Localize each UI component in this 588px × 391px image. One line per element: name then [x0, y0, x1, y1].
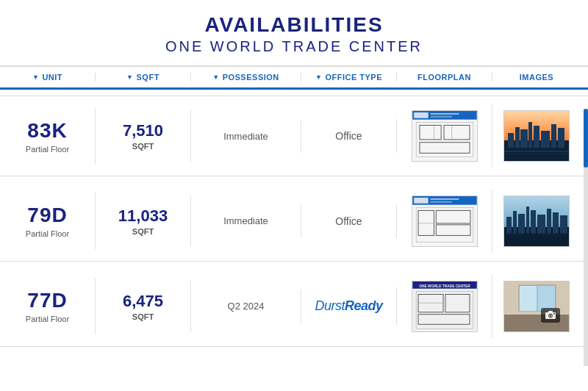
svg-rect-4 — [430, 116, 451, 118]
svg-rect-20 — [558, 128, 564, 148]
unit-id: 77D — [27, 289, 67, 312]
scroll-indicator — [584, 109, 588, 168]
row-floorplan-77d[interactable]: ONE WORLD TRADE CENTER — [397, 275, 492, 338]
unit-id: 83K — [27, 119, 67, 143]
row-images-77d[interactable] — [492, 275, 581, 338]
col-label-floorplan: FLOORPLAN — [417, 73, 471, 82]
svg-rect-26 — [414, 197, 428, 203]
scrollbar[interactable] — [584, 109, 588, 366]
row-images-83k[interactable] — [492, 104, 581, 168]
floorplan-thumbnail — [412, 110, 478, 162]
svg-rect-23 — [504, 154, 570, 154]
floorplan-thumbnail — [412, 196, 478, 247]
row-possession-83k: Immediate — [191, 120, 301, 153]
svg-rect-18 — [541, 131, 550, 148]
row-possession-77d: Q2 2024 — [191, 290, 301, 323]
svg-rect-15 — [520, 129, 528, 148]
svg-rect-36 — [506, 217, 512, 234]
table-row[interactable]: 83K Partial Floor 7,510 SQFT Immediate O… — [0, 96, 588, 176]
row-images-79d[interactable] — [492, 190, 581, 253]
svg-rect-67 — [553, 313, 555, 315]
floorplan-thumbnail: ONE WORLD TRADE CENTER — [412, 281, 478, 332]
row-floorplan-79d[interactable] — [397, 190, 492, 253]
svg-rect-45 — [504, 233, 570, 247]
svg-rect-2 — [414, 112, 428, 118]
sort-arrow-sqft: ▼ — [126, 73, 133, 81]
row-sqft-79d: 11,033 SQFT — [96, 196, 191, 247]
svg-rect-42 — [547, 209, 551, 234]
svg-rect-13 — [508, 133, 514, 148]
col-header-floorplan: FLOORPLAN — [397, 73, 492, 82]
svg-rect-17 — [534, 126, 539, 148]
sqft-value: 7,510 — [123, 121, 163, 140]
unit-id: 79D — [27, 204, 67, 227]
unit-label: Partial Floor — [26, 145, 69, 154]
col-label-office-type: OFFICE TYPE — [325, 73, 382, 82]
row-unit-77d: 77D Partial Floor — [0, 278, 96, 334]
col-header-images: IMAGES — [492, 73, 581, 82]
row-possession-79d: Immediate — [191, 204, 301, 237]
sqft-value: 6,475 — [123, 292, 163, 311]
col-label-images: IMAGES — [520, 73, 553, 82]
svg-rect-39 — [526, 207, 529, 234]
svg-rect-19 — [551, 124, 556, 148]
row-unit-79d: 79D Partial Floor — [0, 193, 96, 249]
image-thumbnail — [503, 196, 570, 247]
col-header-possession[interactable]: ▼ POSSESSION — [191, 73, 301, 82]
camera-icon — [541, 308, 560, 323]
page-title: AVAILABILITIES — [0, 13, 588, 37]
sort-arrow-possession: ▼ — [212, 73, 219, 81]
image-thumbnail — [503, 281, 570, 332]
svg-rect-61 — [520, 286, 537, 311]
col-header-office-type[interactable]: ▼ OFFICE TYPE — [301, 73, 397, 82]
svg-rect-43 — [553, 212, 559, 234]
sort-arrow-unit: ▼ — [32, 73, 39, 81]
sqft-value: 11,033 — [118, 207, 168, 226]
page-container: AVAILABILITIES ONE WORLD TRADE CENTER ▼ … — [0, 0, 588, 347]
svg-rect-62 — [538, 286, 555, 311]
row-unit-83k: 83K Partial Floor — [0, 108, 96, 165]
svg-point-65 — [550, 315, 551, 316]
svg-rect-27 — [430, 198, 459, 199]
svg-rect-46 — [412, 281, 476, 331]
svg-rect-40 — [531, 210, 536, 234]
durst-ready-logo: DurstReady — [315, 298, 382, 314]
durst-text: Durst — [315, 298, 345, 313]
sqft-label: SQFT — [132, 312, 154, 321]
page-header: AVAILABILITIES ONE WORLD TRADE CENTER — [0, 0, 588, 66]
city-photo — [504, 111, 569, 161]
table-row[interactable]: 79D Partial Floor 11,033 SQFT Immediate … — [0, 181, 588, 262]
svg-rect-41 — [537, 215, 545, 234]
sort-arrow-office-type: ▼ — [315, 73, 322, 81]
ready-text: Ready — [345, 298, 383, 313]
row-sqft-77d: 6,475 SQFT — [96, 281, 191, 332]
svg-rect-38 — [518, 214, 525, 234]
col-label-unit: UNIT — [42, 73, 62, 82]
sqft-label: SQFT — [132, 227, 154, 236]
sqft-label: SQFT — [132, 142, 154, 151]
row-sqft-83k: 7,510 SQFT — [96, 110, 191, 162]
col-header-unit[interactable]: ▼ UNIT — [0, 73, 96, 82]
page-subtitle: ONE WORLD TRADE CENTER — [0, 38, 588, 55]
unit-label: Partial Floor — [26, 229, 69, 238]
svg-rect-3 — [430, 113, 459, 115]
rows-wrapper: 83K Partial Floor 7,510 SQFT Immediate O… — [0, 96, 588, 347]
unit-label: Partial Floor — [26, 315, 69, 323]
svg-rect-28 — [430, 201, 451, 202]
svg-rect-22 — [504, 151, 570, 152]
svg-rect-14 — [515, 127, 520, 148]
svg-rect-44 — [560, 215, 567, 234]
image-thumbnail — [503, 110, 570, 162]
col-label-sqft: SQFT — [137, 73, 159, 82]
row-office-type-77d: DurstReady — [301, 287, 397, 325]
svg-text:ONE WORLD TRADE CENTER: ONE WORLD TRADE CENTER — [419, 284, 470, 287]
row-office-type-83k: Office — [301, 119, 397, 153]
row-office-type-79d: Office — [301, 204, 397, 238]
row-floorplan-83k[interactable] — [397, 104, 492, 168]
svg-rect-37 — [513, 211, 517, 234]
svg-rect-66 — [548, 311, 553, 313]
svg-rect-16 — [528, 122, 532, 148]
col-header-sqft[interactable]: ▼ SQFT — [96, 73, 191, 82]
table-row[interactable]: 77D Partial Floor 6,475 SQFT Q2 2024 Dur… — [0, 266, 588, 347]
col-label-possession: POSSESSION — [223, 73, 279, 82]
